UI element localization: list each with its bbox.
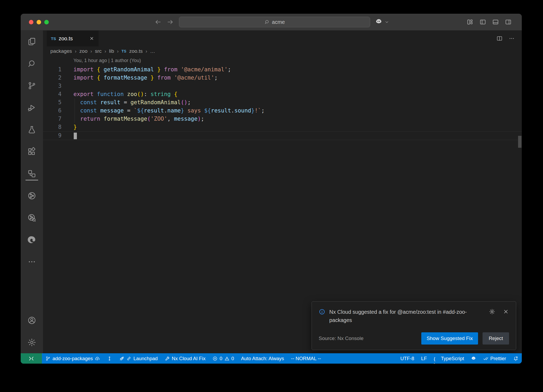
toggle-primary-sidebar-icon[interactable] (479, 19, 486, 25)
breadcrumb-segment[interactable]: lib (109, 48, 114, 54)
code-line-content (62, 132, 522, 140)
cloud-upload-icon (95, 356, 100, 361)
status-git-graph[interactable] (103, 353, 116, 364)
source-inspect-icon (27, 213, 36, 222)
code-line[interactable]: 4export function zoo(): string { (43, 90, 522, 98)
status-label: UTF-8 (400, 356, 414, 361)
breadcrumb-separator-icon: › (104, 49, 106, 54)
status-eol[interactable]: LF (418, 353, 430, 364)
status-notifications-bell[interactable] (510, 353, 522, 364)
tab-label: zoo.ts (59, 36, 73, 42)
status-label: Nx Cloud AI Fix (172, 356, 206, 361)
scrollbar-thumb[interactable] (518, 136, 522, 148)
code-line[interactable]: 6 const message = `${result.name} says $… (43, 107, 522, 115)
tab-bar: TS zoo.ts (43, 31, 522, 46)
zoom-window-button[interactable] (44, 20, 49, 24)
show-suggested-fix-button[interactable]: Show Suggested Fix (421, 332, 478, 345)
code-line[interactable]: 7 return formatMessage('ZOO', message); (43, 115, 522, 123)
activity-manage[interactable] (21, 331, 43, 353)
line-number: 7 (43, 115, 62, 123)
breadcrumb-segment[interactable]: src (95, 48, 102, 54)
notification-message: Nx Cloud suggested a fix for @acme/zoo:t… (329, 308, 476, 324)
notification-close-icon[interactable] (503, 308, 509, 315)
status-label: -- NORMAL -- (291, 356, 321, 361)
notification-source: Source: Nx Console (319, 336, 364, 341)
activity-source-inspect[interactable] (21, 207, 43, 229)
remote-indicator[interactable] (21, 353, 42, 364)
search-icon (264, 19, 270, 25)
status-language[interactable]: { }TypeScript (430, 353, 467, 364)
notification-settings-icon[interactable] (489, 308, 495, 315)
code-line[interactable]: 1import { getRandomAnimal } from '@acme/… (43, 66, 522, 74)
activity-source-control[interactable] (21, 75, 43, 97)
reject-button[interactable]: Reject (483, 332, 509, 345)
status-label: 0 (231, 356, 234, 361)
activity-accounts[interactable] (21, 309, 43, 331)
status-nx-cloud-ai-fix[interactable]: Nx Cloud AI Fix (161, 353, 209, 364)
status-auto-attach[interactable]: Auto Attach: Always (238, 353, 287, 364)
more-actions-icon[interactable] (509, 35, 515, 42)
status-formatter[interactable]: Prettier (480, 353, 510, 364)
warning-icon (224, 356, 230, 361)
toggle-panel-icon[interactable] (492, 19, 499, 25)
typescript-file-icon: TS (121, 49, 126, 53)
copilot-icon (375, 18, 383, 26)
tab-zoo-ts[interactable]: TS zoo.ts (47, 31, 99, 46)
activity-remote-explorer[interactable] (21, 163, 43, 185)
status-label: Prettier (490, 356, 506, 361)
activity-more-views[interactable] (21, 251, 43, 273)
editor-actions (496, 31, 515, 46)
status-copilot-status[interactable] (467, 353, 480, 364)
copilot-icon (471, 356, 476, 361)
command-center-search[interactable]: acme (179, 17, 370, 27)
breadcrumb-segment[interactable]: zoo (79, 48, 87, 54)
forward-icon[interactable] (167, 19, 174, 25)
run-debug-icon (27, 103, 36, 112)
text-cursor (74, 133, 77, 139)
status-encoding[interactable]: UTF-8 (397, 353, 418, 364)
activity-explorer[interactable] (21, 31, 43, 53)
activity-testing[interactable] (21, 119, 43, 141)
activity-edge-browser[interactable] (21, 229, 43, 251)
testing-icon (27, 125, 36, 134)
line-number: 3 (43, 82, 62, 90)
window-controls (29, 20, 49, 24)
error-icon (212, 356, 218, 361)
customize-layout-icon[interactable] (467, 19, 474, 25)
search-value: acme (272, 19, 285, 25)
code-line[interactable]: 5 const result = getRandomAnimal(); (43, 98, 522, 107)
status-launchpad[interactable]: Launchpad (116, 353, 161, 364)
activity-extensions[interactable] (21, 141, 43, 163)
code-line[interactable]: 8} (43, 123, 522, 131)
code-line[interactable]: 9 (43, 131, 522, 140)
activity-nx-console[interactable] (21, 185, 43, 207)
history-nav (155, 19, 174, 25)
activity-run-debug[interactable] (21, 97, 43, 119)
split-editor-icon[interactable] (496, 35, 503, 42)
close-tab-icon[interactable] (89, 36, 94, 41)
remote-icon (28, 356, 34, 361)
code-line[interactable]: 3 (43, 82, 522, 90)
breadcrumb-overflow[interactable]: … (150, 48, 155, 54)
more-views-icon (27, 257, 36, 266)
line-number: 8 (43, 123, 62, 131)
status-vim-mode[interactable]: -- NORMAL -- (287, 353, 324, 364)
breadcrumb-separator-icon: › (90, 49, 92, 54)
activity-search[interactable] (21, 53, 43, 75)
status-branch-sync[interactable]: add-zoo-packages (42, 353, 103, 364)
copilot-menu[interactable] (375, 18, 389, 26)
back-icon[interactable] (155, 19, 161, 25)
git-branch-icon (45, 356, 51, 361)
close-window-button[interactable] (29, 20, 33, 24)
status-problems[interactable]: 00 (209, 353, 238, 364)
code-line[interactable]: 2import { formatMessage } from '@acme/ut… (43, 74, 522, 82)
breadcrumb-file[interactable]: zoo.ts (129, 48, 143, 54)
breadcrumb-segment[interactable]: packages (50, 48, 72, 54)
vscode-window: acme TS zoo.ts (21, 14, 522, 364)
titlebar: acme (21, 14, 522, 31)
code-line-content: export function zoo(): string { (62, 90, 522, 98)
code-line-content (62, 82, 522, 90)
minimize-window-button[interactable] (37, 20, 41, 24)
toggle-secondary-sidebar-icon[interactable] (505, 19, 512, 25)
code-line-content: return formatMessage('ZOO', message); (62, 115, 522, 123)
